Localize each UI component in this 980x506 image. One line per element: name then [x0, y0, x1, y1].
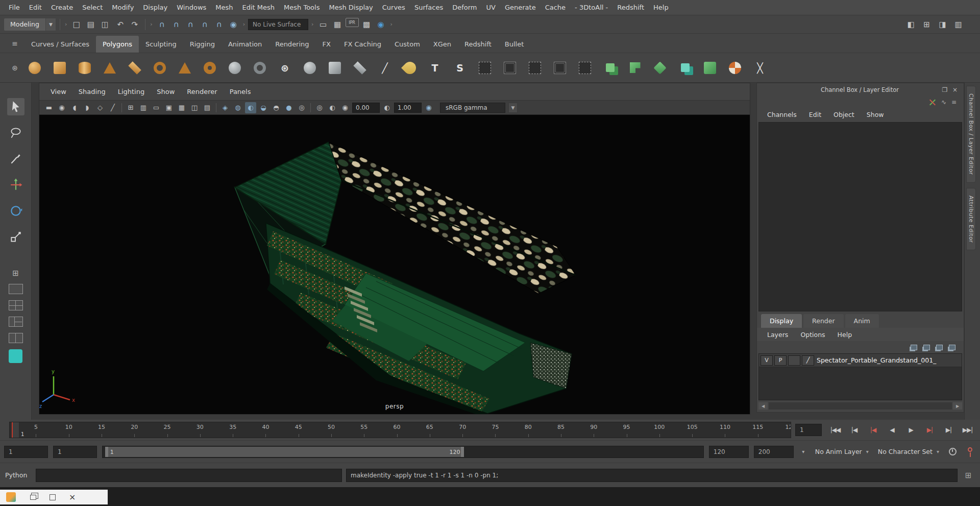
render-current-frame-icon[interactable]: ▦: [331, 18, 344, 31]
workspace-single-pane-icon[interactable]: ◧: [904, 18, 917, 31]
go-to-end-button[interactable]: ▶▶|: [958, 423, 977, 437]
menu-create[interactable]: Create: [46, 1, 78, 14]
shelf-tab-polygons[interactable]: Polygons: [96, 36, 139, 53]
close-window-icon[interactable]: ×: [69, 493, 76, 501]
resolution-gate-icon[interactable]: ▭: [151, 102, 162, 113]
shelf-icon-poly-helix[interactable]: [250, 58, 270, 78]
scroll-left-icon[interactable]: ◀: [758, 402, 768, 409]
shelf-tab-animation[interactable]: Animation: [222, 36, 268, 53]
workspace-full-icon[interactable]: ▥: [952, 18, 965, 31]
shelf-icon-select-uv-mode[interactable]: [575, 58, 595, 78]
group-expand-icon[interactable]: ›: [243, 21, 245, 28]
vp-menu-shading[interactable]: Shading: [74, 86, 111, 98]
manipulator-axis-icon[interactable]: [928, 99, 936, 106]
shaded-display-icon[interactable]: ◍: [232, 102, 243, 113]
gamma-icon[interactable]: ◐: [381, 102, 393, 113]
shelf-icon-boolean-union[interactable]: [600, 58, 620, 78]
wireframe-display-icon[interactable]: ◈: [219, 102, 231, 113]
layer-menu-help[interactable]: Help: [832, 329, 857, 340]
shelf-icon-poly-plane[interactable]: [125, 58, 145, 78]
snap-to-view-plane-icon[interactable]: ∩: [213, 18, 226, 31]
live-surface-field[interactable]: No Live Surface: [248, 19, 308, 30]
render-settings-icon[interactable]: ▩: [360, 18, 373, 31]
split-pane-layout[interactable]: [9, 333, 23, 343]
vp-menu-view[interactable]: View: [45, 86, 71, 98]
shelf-icon-bend-deformer[interactable]: [725, 58, 745, 78]
layer-menu-layers[interactable]: Layers: [762, 329, 793, 340]
layer-row[interactable]: VP╱Spectator_Portable_Grandstand_001_: [759, 354, 962, 367]
shelf-icon-poly-pipe[interactable]: [200, 58, 220, 78]
menu-curves[interactable]: Curves: [378, 1, 410, 14]
redo-icon[interactable]: ↷: [128, 18, 141, 31]
pivot-icon[interactable]: ◇: [94, 102, 106, 113]
safe-action-icon[interactable]: ◫: [189, 102, 200, 113]
cb-menu-edit[interactable]: Edit: [804, 109, 826, 120]
step-forward-key-button[interactable]: ▶|: [920, 423, 939, 437]
shelf-tab-redshift[interactable]: Redshift: [458, 36, 498, 53]
scale-tool[interactable]: [7, 228, 24, 246]
shelf-tab-rendering[interactable]: Rendering: [268, 36, 315, 53]
shelf-icon-type-tool[interactable]: T: [425, 58, 445, 78]
clapperboard-icon[interactable]: ▬: [43, 102, 55, 113]
shelf-icon-sweep-mesh[interactable]: [400, 58, 420, 78]
make-live-icon[interactable]: ◉: [227, 18, 240, 31]
shelf-icon-boolean-difference[interactable]: [625, 58, 645, 78]
shadows-icon[interactable]: ◓: [271, 102, 282, 113]
new-scene-icon[interactable]: □: [70, 18, 83, 31]
cb-menu-show[interactable]: Show: [862, 109, 889, 120]
shelf-tab-rigging[interactable]: Rigging: [183, 36, 222, 53]
shelf-tab-xgen[interactable]: XGen: [427, 36, 458, 53]
shelf-icon-lattice-deformer[interactable]: ╳: [750, 58, 770, 78]
layer-visible-toggle[interactable]: V: [761, 355, 773, 366]
menu-edit-mesh[interactable]: Edit Mesh: [238, 1, 280, 14]
group-expand-icon[interactable]: ›: [311, 21, 313, 28]
film-gate-icon[interactable]: ▥: [138, 102, 149, 113]
menu-edit[interactable]: Edit: [24, 1, 46, 14]
shelf-tab-sculpting[interactable]: Sculpting: [139, 36, 183, 53]
render-view-icon[interactable]: ▭: [317, 18, 330, 31]
shelf-tab-fx-caching[interactable]: FX Caching: [337, 36, 388, 53]
xray-icon[interactable]: ◐: [327, 102, 338, 113]
step-back-key-button[interactable]: |◀: [864, 423, 883, 437]
current-frame-field[interactable]: 1: [795, 424, 822, 436]
cb-menu-channels[interactable]: Channels: [762, 109, 802, 120]
shelf-tab-curves-surfaces[interactable]: Curves / Surfaces: [24, 36, 96, 53]
shelf-icon-select-face-mode[interactable]: [550, 58, 570, 78]
play-forwards-button[interactable]: ▶: [901, 423, 920, 437]
workspace-sidebar-icon[interactable]: ◨: [936, 18, 949, 31]
isolate-select-icon[interactable]: ◎: [314, 102, 325, 113]
layer-tab-anim[interactable]: Anim: [845, 314, 879, 328]
new-empty-layer-icon[interactable]: [936, 345, 943, 350]
exposure-icon[interactable]: ◉: [339, 102, 351, 113]
speed-slider-icon[interactable]: ∿: [941, 99, 946, 106]
menu-modify[interactable]: Modify: [107, 1, 138, 14]
bookmark-next-icon[interactable]: ◗: [82, 102, 93, 113]
float-panel-icon[interactable]: ❐: [940, 85, 949, 94]
vp-menu-renderer[interactable]: Renderer: [182, 86, 222, 98]
script-editor-icon[interactable]: ⊞: [962, 469, 975, 482]
rotate-tool[interactable]: [7, 202, 24, 220]
animation-end-field[interactable]: 200: [754, 446, 794, 458]
taskbar-app-icon[interactable]: [6, 492, 16, 502]
range-slider-track[interactable]: 1 120: [102, 446, 704, 458]
command-input[interactable]: [36, 469, 342, 482]
shelf-icon-poly-sphere[interactable]: [24, 58, 45, 78]
field-chart-icon[interactable]: ▦: [176, 102, 187, 113]
bookmark-prev-icon[interactable]: ◖: [69, 102, 80, 113]
menu-mesh-tools[interactable]: Mesh Tools: [279, 1, 324, 14]
undo-icon[interactable]: ↶: [114, 18, 127, 31]
shelf-icon-select-edge-mode[interactable]: [525, 58, 545, 78]
step-forward-frame-button[interactable]: ▶|: [939, 423, 958, 437]
view-transform-dropdown[interactable]: sRGB gamma ▼: [440, 103, 518, 113]
shelf-tab-fx[interactable]: FX: [316, 36, 337, 53]
grease-pencil-icon[interactable]: ╱: [107, 102, 118, 113]
shelf-icon-combine[interactable]: [675, 58, 695, 78]
animation-preferences-icon[interactable]: [946, 446, 959, 458]
display-gamma-icon[interactable]: ◉: [375, 18, 387, 31]
menu-3dtoall[interactable]: - 3DtoAll -: [570, 1, 612, 14]
group-expand-icon[interactable]: ›: [390, 21, 393, 28]
cb-menu-object[interactable]: Object: [828, 109, 860, 120]
channel-settings-icon[interactable]: ≡: [951, 99, 957, 106]
viewport-canvas[interactable]: y x z persp: [39, 115, 750, 414]
gamma-field[interactable]: 1.00: [394, 103, 422, 113]
